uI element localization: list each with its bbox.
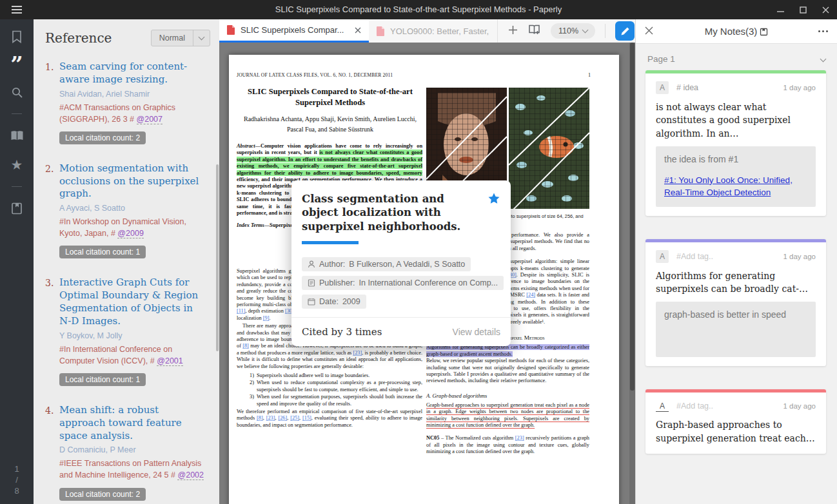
reference-year-link[interactable]: @2009 xyxy=(117,229,144,238)
notes-panel: My Notes(3) Page 1 A # idea 1 day ago is… xyxy=(635,19,837,504)
pdf-main-area: SLIC Superpixels Compar... YOLO9000: Bet… xyxy=(219,19,635,504)
popup-date-row: Date: 2009 xyxy=(302,295,366,309)
avatar: A xyxy=(656,400,669,412)
viewer-toolbar: 110% xyxy=(498,21,635,41)
pdf-outro-paragraph: We therefore performed an empirical comp… xyxy=(237,409,422,429)
reference-title[interactable]: Mean shift: a robust approach toward fea… xyxy=(59,404,206,442)
pdf-scrollbar-thumb[interactable] xyxy=(630,43,635,391)
popup-footer: Cited by 3 times View details xyxy=(291,317,511,346)
sidebar-title: Reference xyxy=(45,30,112,46)
local-citation-badge: Local citation count: 2 xyxy=(59,131,146,144)
star-favorite-icon[interactable] xyxy=(487,192,500,233)
search-icon[interactable] xyxy=(10,84,24,101)
library-book-icon[interactable] xyxy=(10,127,25,144)
note-tag-placeholder[interactable]: #Add tag.. xyxy=(676,402,713,411)
reference-venue: #ACM Transactions on Graphics (SIGGRAPH)… xyxy=(59,102,206,125)
reference-item: 2. Motion segmentation with occlusions o… xyxy=(45,162,206,259)
pdf-scrollbar-track[interactable] xyxy=(629,43,635,504)
pdf-rc-paragraph-3: Below, we review popular superpixel meth… xyxy=(426,358,589,385)
close-window-button[interactable] xyxy=(822,6,829,14)
chevron-down-icon xyxy=(582,27,589,34)
pdf-property-list: 1)Superpixels should adhere well to imag… xyxy=(237,373,422,407)
calendar-icon xyxy=(308,298,315,305)
more-menu-icon[interactable] xyxy=(818,30,828,32)
reference-title[interactable]: Seam carving for content-aware image res… xyxy=(59,61,206,86)
tab-yolo9000-paper[interactable]: YOLO9000: Better, Faster,... xyxy=(369,19,498,43)
citations-icon[interactable]: ” xyxy=(10,58,23,71)
popup-accent-bar xyxy=(302,241,359,244)
rail-divider xyxy=(12,113,22,114)
local-citation-badge: Local citation count: 2 xyxy=(59,488,146,501)
bookmark-icon[interactable] xyxy=(10,28,23,45)
note-card: A # idea 1 day ago is not always clear w… xyxy=(645,70,826,216)
reference-authors: A Ayvaci, S Soatto xyxy=(59,204,206,213)
local-citation-badge: Local citation count: 1 xyxy=(59,246,146,258)
pdf-journal-header: JOURNAL OF LATEX CLASS FILES, VOL. 6, NO… xyxy=(237,72,393,78)
saved-notes-icon[interactable] xyxy=(10,200,23,217)
reference-authors: Y Boykov, M Jolly xyxy=(59,331,206,340)
reference-sidebar: Reference Normal 1. Seam carving for con… xyxy=(34,19,219,504)
add-to-library-icon[interactable] xyxy=(527,24,541,38)
minimize-button[interactable] xyxy=(777,6,784,14)
hamburger-menu-icon[interactable] xyxy=(12,6,22,14)
note-body[interactable]: is not always clear what constitutes a g… xyxy=(656,101,816,140)
note-tag[interactable]: # idea xyxy=(676,83,698,92)
annotate-pencil-button[interactable] xyxy=(615,21,635,41)
note-card: A #Add tag.. 1 day ago Graph-based appro… xyxy=(645,389,826,454)
note-reference-link[interactable]: #1: You Only Look Once: Unified, Real-Ti… xyxy=(664,175,807,199)
pdf-file-icon xyxy=(227,25,235,35)
chevron-down-icon xyxy=(193,30,210,46)
reference-authors: D Comaniciu, P Meer xyxy=(59,445,206,454)
reference-year-link[interactable]: @2007 xyxy=(137,115,163,124)
toolbar-divider xyxy=(605,24,606,38)
popup-publisher-row: Publisher: In International Conference o… xyxy=(302,276,504,290)
person-icon xyxy=(308,260,315,268)
note-tag-placeholder[interactable]: #Add tag.. xyxy=(676,252,713,261)
avatar: A xyxy=(656,250,669,263)
tab-slic-paper[interactable]: SLIC Superpixels Compar... xyxy=(219,19,369,43)
reference-venue: #In International Conference on Computer… xyxy=(59,344,206,367)
reference-venue: #In Workshop on Dynamical Vision, Kyoto,… xyxy=(59,216,206,239)
reference-year-link[interactable]: @2002 xyxy=(177,470,204,480)
reference-title[interactable]: Motion segmentation with occlusions on t… xyxy=(59,162,206,200)
add-tab-icon[interactable] xyxy=(508,25,518,37)
window-titlebar: SLIC Superpixels Compared to State-of-th… xyxy=(0,0,837,19)
note-timestamp: 1 day ago xyxy=(783,402,816,410)
favorites-star-icon[interactable]: ★ xyxy=(11,157,23,173)
page-indicator: 1 / 8 xyxy=(0,463,34,496)
pdf-nc05-paragraph: NC05 – The Normalized cuts algorithm [23… xyxy=(426,435,589,455)
notes-header: My Notes(3) xyxy=(636,19,837,44)
reference-year-link[interactable]: @2001 xyxy=(157,356,183,366)
zoom-level-dropdown[interactable]: 110% xyxy=(551,23,595,39)
notebook-icon xyxy=(760,28,768,36)
note-body[interactable]: Algorithms for generating superpixels ca… xyxy=(656,269,816,296)
local-citation-badge: Local citation count: 1 xyxy=(59,373,146,386)
popup-title: Class segmentation and object localizati… xyxy=(302,192,481,233)
maximize-button[interactable] xyxy=(800,6,807,14)
note-comment-box: graph-based is better in speed xyxy=(656,302,816,357)
view-details-button[interactable]: View details xyxy=(453,327,500,337)
close-panel-icon[interactable] xyxy=(645,26,653,37)
note-timestamp: 1 day ago xyxy=(783,253,816,260)
pdf-highlighted-sentence: Algorithms for generating superpixels ca… xyxy=(426,344,589,358)
left-icon-rail: ” ★ 1 / 8 xyxy=(0,19,34,504)
pdf-subsection-heading: A. Graph-based algorithms xyxy=(426,393,589,399)
reference-authors: Shai Avidan, Ariel Shamir xyxy=(59,90,206,99)
note-card: A #Add tag.. 1 day ago Algorithms for ge… xyxy=(645,239,826,367)
pdf-paper-title: SLIC Superpixels Compared to State-of-th… xyxy=(235,86,425,108)
note-body[interactable]: Graph-based approaches to superpixel gen… xyxy=(656,418,816,445)
rail-divider xyxy=(12,186,22,187)
pdf-viewer[interactable]: JOURNAL OF LATEX CLASS FILES, VOL. 6, NO… xyxy=(219,43,635,504)
reference-venue: #IEEE Transactions on Pattern Analysis a… xyxy=(59,458,206,481)
sidebar-scrollbar[interactable] xyxy=(216,164,219,351)
reference-list: 1. Seam carving for content-aware image … xyxy=(34,53,219,501)
citation-style-dropdown[interactable]: Normal xyxy=(151,30,210,46)
paperly-app: SLIC Superpixels Compared to State-of-th… xyxy=(0,0,837,504)
close-tab-icon[interactable] xyxy=(355,24,361,36)
document-icon xyxy=(308,279,315,287)
pdf-underlined-paragraph: Graph-based approaches to superpixel gen… xyxy=(426,402,589,429)
reference-item: 4. Mean shift: a robust approach toward … xyxy=(45,404,206,501)
notes-page-group-row[interactable]: Page 1 xyxy=(636,44,837,70)
reference-title[interactable]: Interactive Graph Cuts for Optimal Bound… xyxy=(59,276,206,327)
window-title: SLIC Superpixels Compared to State-of-th… xyxy=(0,0,837,19)
